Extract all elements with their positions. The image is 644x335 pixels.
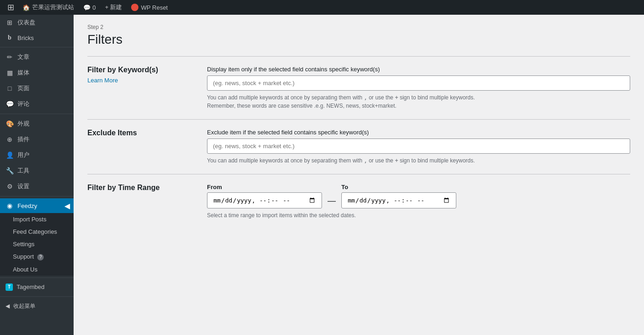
- exclude-items-label-col: Exclude Items: [87, 129, 189, 140]
- feedzy-icon: ◉: [6, 202, 14, 209]
- wp-reset-link[interactable]: WP Reset: [126, 0, 172, 15]
- from-label: From: [207, 184, 322, 191]
- filter-time-content: From — To Select a time range to import …: [207, 184, 630, 219]
- filter-keyword-field-label: Display item only if the selected field …: [207, 66, 630, 73]
- wp-reset-icon: [131, 4, 138, 11]
- submenu-support[interactable]: Support ?: [0, 250, 74, 263]
- collapse-menu-button[interactable]: ◀ 收起菜单: [0, 299, 74, 314]
- submenu-import-posts[interactable]: Import Posts: [0, 213, 74, 225]
- submenu-settings[interactable]: Settings: [0, 238, 74, 250]
- feedzy-submenu: Import Posts Feed Categories Settings Su…: [0, 213, 74, 276]
- filter-time-title: Filter by Time Range: [87, 184, 189, 192]
- submenu-about-us[interactable]: About Us: [0, 263, 74, 276]
- to-field-group: To: [341, 184, 456, 208]
- tools-icon: 🔧: [6, 167, 14, 174]
- exclude-items-field-label: Exclude item if the selected field conta…: [207, 129, 630, 136]
- section-divider-1: [87, 56, 630, 57]
- site-link[interactable]: 🏠 芒果运营测试站: [18, 0, 79, 15]
- plugins-icon: ⊕: [6, 136, 14, 143]
- range-dash: —: [328, 196, 336, 206]
- collapse-arrow-icon: ◀: [6, 303, 10, 309]
- section-divider-3: [87, 174, 630, 174]
- exclude-items-section: Exclude Items Exclude item if the select…: [87, 129, 630, 165]
- filter-keyword-section: Filter by Keyword(s) Learn More Display …: [87, 66, 630, 110]
- sidebar-item-comments[interactable]: 💬 评论: [0, 96, 74, 112]
- menu-divider-4: [0, 277, 74, 278]
- comments-icon: 💬: [6, 100, 14, 108]
- menu-divider-3: [0, 196, 74, 196]
- to-label: To: [341, 184, 456, 191]
- wp-logo-icon[interactable]: ⊞: [4, 2, 18, 12]
- appearance-icon: 🎨: [6, 120, 14, 127]
- filter-time-label-col: Filter by Time Range: [87, 184, 189, 195]
- filter-keyword-hint: You can add multiple keywords at once by…: [207, 93, 630, 110]
- submenu-feed-categories[interactable]: Feed Categories: [0, 225, 74, 238]
- exclude-items-input[interactable]: [207, 139, 630, 154]
- dashboard-icon: ⊞: [6, 19, 14, 26]
- section-divider-2: [87, 119, 630, 120]
- exclude-items-content: Exclude item if the selected field conta…: [207, 129, 630, 165]
- sidebar-item-bricks[interactable]: b Bricks: [0, 30, 74, 45]
- sidebar-item-dashboard[interactable]: ⊞ 仪表盘: [0, 15, 74, 30]
- bricks-icon: b: [6, 34, 14, 41]
- menu-divider-5: [0, 296, 74, 297]
- sidebar-item-posts[interactable]: ✏ 文章: [0, 49, 74, 65]
- to-datetime-input[interactable]: [341, 192, 456, 208]
- sidebar-item-appearance[interactable]: 🎨 外观: [0, 116, 74, 132]
- tagembed-icon: T: [6, 283, 13, 291]
- filter-keyword-content: Display item only if the selected field …: [207, 66, 630, 110]
- sidebar-item-media[interactable]: ▦ 媒体: [0, 65, 74, 81]
- sidebar-item-plugins[interactable]: ⊕ 插件: [0, 132, 74, 147]
- admin-bar: ⊞ 🏠 芒果运营测试站 💬 0 + 新建 WP Reset: [0, 0, 644, 15]
- filter-time-section: Filter by Time Range From — To Select a …: [87, 184, 630, 219]
- pages-icon: □: [6, 85, 14, 92]
- exclude-items-title: Exclude Items: [87, 129, 189, 137]
- learn-more-link[interactable]: Learn More: [87, 77, 118, 84]
- media-icon: ▦: [6, 69, 14, 76]
- menu-divider: [0, 47, 74, 47]
- filter-keyword-label-col: Filter by Keyword(s) Learn More: [87, 66, 189, 84]
- posts-icon: ✏: [6, 53, 14, 61]
- from-field-group: From: [207, 184, 322, 208]
- comments-link[interactable]: 💬 0: [79, 0, 100, 15]
- from-datetime-input[interactable]: [207, 192, 322, 208]
- settings-icon: ⚙: [6, 183, 14, 190]
- sidebar-item-users[interactable]: 👤 用户: [0, 147, 74, 163]
- menu-divider-2: [0, 114, 74, 114]
- filter-keyword-input[interactable]: [207, 75, 630, 91]
- page-title: Filters: [87, 32, 630, 47]
- main-content: Step 2 Filters Filter by Keyword(s) Lear…: [74, 15, 644, 335]
- feedzy-expand-icon: ◀: [64, 202, 70, 210]
- sidebar-item-tools[interactable]: 🔧 工具: [0, 163, 74, 179]
- support-help-icon: ?: [37, 254, 44, 260]
- filter-keyword-title: Filter by Keyword(s): [87, 66, 189, 74]
- sidebar-item-pages[interactable]: □ 页面: [0, 81, 74, 96]
- sidebar-item-settings[interactable]: ⚙ 设置: [0, 179, 74, 194]
- sidebar-item-feedzy[interactable]: ◉ Feedzy ◀: [0, 198, 74, 213]
- time-range-row: From — To: [207, 184, 630, 208]
- users-icon: 👤: [6, 151, 14, 159]
- filter-time-hint: Select a time range to import items with…: [207, 211, 630, 219]
- sidebar-item-tagembed[interactable]: T Tagembed: [0, 280, 74, 295]
- admin-sidebar: ⊞ 仪表盘 b Bricks ✏ 文章 ▦ 媒体 □ 页面 💬 评论 🎨 外观: [0, 15, 74, 335]
- new-content-button[interactable]: + 新建: [100, 0, 126, 15]
- step-label: Step 2: [87, 24, 630, 30]
- exclude-items-hint: You can add multiple keywords at once by…: [207, 156, 630, 165]
